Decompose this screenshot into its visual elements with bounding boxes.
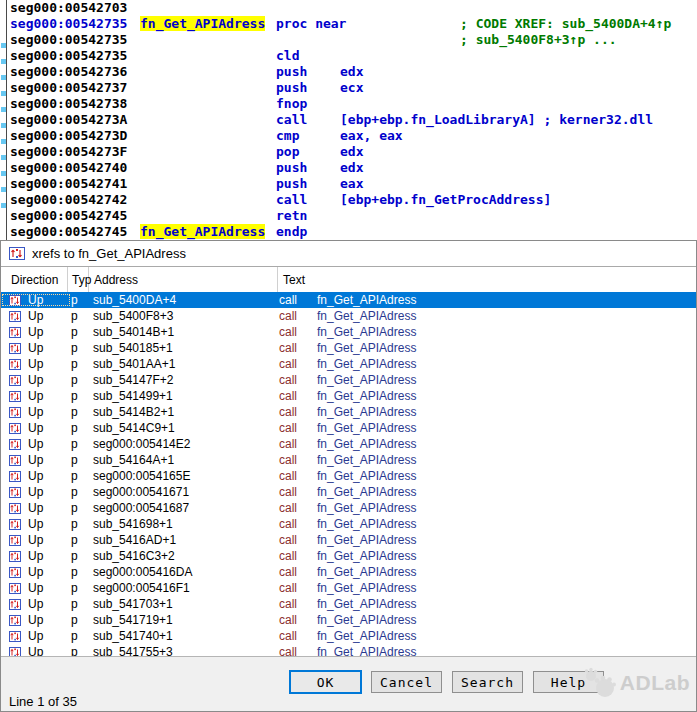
xref-row[interactable]: Up p sub_5401AA+1 call fn_Get_APIAdress	[1, 356, 696, 372]
disassembly-view[interactable]: seg000:00542703seg000:00542735fn_Get_API…	[0, 0, 697, 240]
status-line: Line 1 of 35	[9, 694, 77, 709]
column-header-text[interactable]: Text	[278, 267, 696, 292]
xrefs-dialog-titlebar[interactable]: xrefs to fn_Get_APIAdress	[1, 241, 696, 267]
target-value: fn_Get_APIAdress	[317, 373, 416, 387]
mnemonic-value: call	[279, 357, 317, 371]
xref-icon	[9, 343, 21, 354]
typ-value: p	[71, 325, 93, 339]
typ-value: p	[71, 357, 93, 371]
address-value: sub_541719+1	[93, 613, 279, 627]
direction-cell: Up	[1, 309, 71, 323]
cancel-button[interactable]: Cancel	[371, 671, 442, 693]
xref-icon	[9, 375, 21, 386]
column-header-typ[interactable]: Typ	[68, 267, 89, 292]
xref-row[interactable]: Up p seg000:00541671 call fn_Get_APIAdre…	[1, 484, 696, 500]
xref-row[interactable]: Up p seg000:00541687 call fn_Get_APIAdre…	[1, 500, 696, 516]
mnemonic-value: call	[279, 549, 317, 563]
code-line[interactable]: seg000:00542736pushedx	[0, 64, 697, 80]
highlighted-function-name[interactable]: fn_Get_APIAdress	[140, 16, 265, 31]
xref-row[interactable]: Up p sub_5400F8+3 call fn_Get_APIAdress	[1, 308, 696, 324]
ok-button[interactable]: OK	[289, 670, 362, 694]
mnemonic-value: call	[279, 373, 317, 387]
direction-cell: Up	[1, 549, 71, 563]
code-line[interactable]: seg000:00542738fnop	[0, 96, 697, 112]
code-line[interactable]: seg000:00542745fn_Get_APIAdressendp	[0, 224, 697, 240]
declaration-keyword: proc near	[276, 16, 346, 31]
code-line[interactable]: seg000:00542735cld	[0, 48, 697, 64]
xref-row[interactable]: Up p seg000:005416DA call fn_Get_APIAdre…	[1, 564, 696, 580]
xref-row[interactable]: Up p sub_5414B2+1 call fn_Get_APIAdress	[1, 404, 696, 420]
xref-row[interactable]: Up p seg000:005414E2 call fn_Get_APIAdre…	[1, 436, 696, 452]
address-value: sub_541740+1	[93, 629, 279, 643]
typ-value: p	[71, 517, 93, 531]
xref-icon	[9, 359, 21, 370]
xref-row[interactable]: Up p sub_541499+1 call fn_Get_APIAdress	[1, 388, 696, 404]
direction-value: Up	[28, 597, 43, 611]
mnemonic-value: call	[279, 517, 317, 531]
xref-row[interactable]: Up p sub_541698+1 call fn_Get_APIAdress	[1, 516, 696, 532]
xref-row[interactable]: Up p sub_5416C3+2 call fn_Get_APIAdress	[1, 548, 696, 564]
xref-icon	[9, 423, 21, 434]
direction-value: Up	[28, 533, 43, 547]
code-line[interactable]: seg000:0054273Fpopedx	[0, 144, 697, 160]
xref-row[interactable]: Up p sub_5414C9+1 call fn_Get_APIAdress	[1, 420, 696, 436]
code-line[interactable]: seg000:00542741pusheax	[0, 176, 697, 192]
code-line[interactable]: seg000:00542703	[0, 0, 697, 16]
address-value: seg000:005414E2	[93, 437, 279, 451]
xref-row[interactable]: Up p seg000:0054165E call fn_Get_APIAdre…	[1, 468, 696, 484]
mnemonic: fnop	[276, 96, 340, 112]
address-value: sub_540185+1	[93, 341, 279, 355]
xref-row[interactable]: Up p sub_541740+1 call fn_Get_APIAdress	[1, 628, 696, 644]
typ-value: p	[71, 309, 93, 323]
paw-icon	[582, 667, 618, 699]
address-label: seg000:00542741	[10, 176, 140, 192]
typ-value: p	[71, 565, 93, 579]
code-line[interactable]: seg000:0054273Dcmpeax, eax	[0, 128, 697, 144]
column-header-direction[interactable]: Direction	[1, 267, 68, 292]
typ-value: p	[71, 613, 93, 627]
operands: [ebp+ebp.fn_GetProcAddress]	[340, 192, 551, 207]
direction-cell: Up	[1, 501, 71, 515]
code-line[interactable]: seg000:0054273Acall[ebp+ebp.fn_LoadLibra…	[0, 112, 697, 128]
code-line[interactable]: seg000:00542737pushecx	[0, 80, 697, 96]
address-value: sub_5401AA+1	[93, 357, 279, 371]
target-value: fn_Get_APIAdress	[317, 533, 416, 547]
xref-row[interactable]: Up p sub_54014B+1 call fn_Get_APIAdress	[1, 324, 696, 340]
operands: eax, eax	[340, 128, 403, 143]
xref-row[interactable]: Up p sub_541719+1 call fn_Get_APIAdress	[1, 612, 696, 628]
xref-row[interactable]: Up p sub_541703+1 call fn_Get_APIAdress	[1, 596, 696, 612]
code-line[interactable]: seg000:00542735; sub_5400F8+3↑p ...	[0, 32, 697, 48]
xref-row[interactable]: Up p sub_54164A+1 call fn_Get_APIAdress	[1, 452, 696, 468]
target-value: fn_Get_APIAdress	[317, 581, 416, 595]
code-line[interactable]: seg000:00542745retn	[0, 208, 697, 224]
code-line[interactable]: seg000:00542742call[ebp+ebp.fn_GetProcAd…	[0, 192, 697, 208]
xref-row[interactable]: Up p sub_540185+1 call fn_Get_APIAdress	[1, 340, 696, 356]
instruction-marker-icon	[1, 107, 6, 112]
xref-row[interactable]: Up p sub_5416AD+1 call fn_Get_APIAdress	[1, 532, 696, 548]
highlighted-function-name[interactable]: fn_Get_APIAdress	[140, 224, 265, 239]
address-label: seg000:00542742	[10, 192, 140, 208]
xref-row[interactable]: Up p sub_541755+3 call fn_Get_APIAdress	[1, 644, 696, 656]
direction-cell: Up	[1, 469, 71, 483]
search-button[interactable]: Search	[452, 671, 523, 693]
address-label: seg000:00542735	[10, 32, 140, 48]
direction-value: Up	[28, 437, 43, 451]
direction-value: Up	[28, 293, 43, 307]
column-header-address[interactable]: Address	[89, 267, 278, 292]
code-line[interactable]: seg000:00542740pushedx	[0, 160, 697, 176]
direction-cell: Up	[1, 597, 71, 611]
code-line[interactable]: seg000:00542735fn_Get_APIAdressproc near…	[0, 16, 697, 32]
mnemonic-value: call	[279, 421, 317, 435]
adlab-watermark: ADLab	[582, 667, 690, 699]
instruction-marker-icon	[1, 187, 6, 192]
direction-cell: Up	[1, 325, 71, 339]
address-label: seg000:00542735	[10, 16, 140, 32]
xref-row[interactable]: Up p sub_5400DA+4 call fn_Get_APIAdress	[1, 292, 696, 308]
address-value: sub_5400DA+4	[93, 293, 279, 307]
address-value: sub_5416C3+2	[93, 549, 279, 563]
instruction-marker-icon	[1, 123, 6, 128]
target-value: fn_Get_APIAdress	[317, 357, 416, 371]
xref-row[interactable]: Up p seg000:005416F1 call fn_Get_APIAdre…	[1, 580, 696, 596]
direction-value: Up	[28, 565, 43, 579]
xref-row[interactable]: Up p sub_54147F+2 call fn_Get_APIAdress	[1, 372, 696, 388]
